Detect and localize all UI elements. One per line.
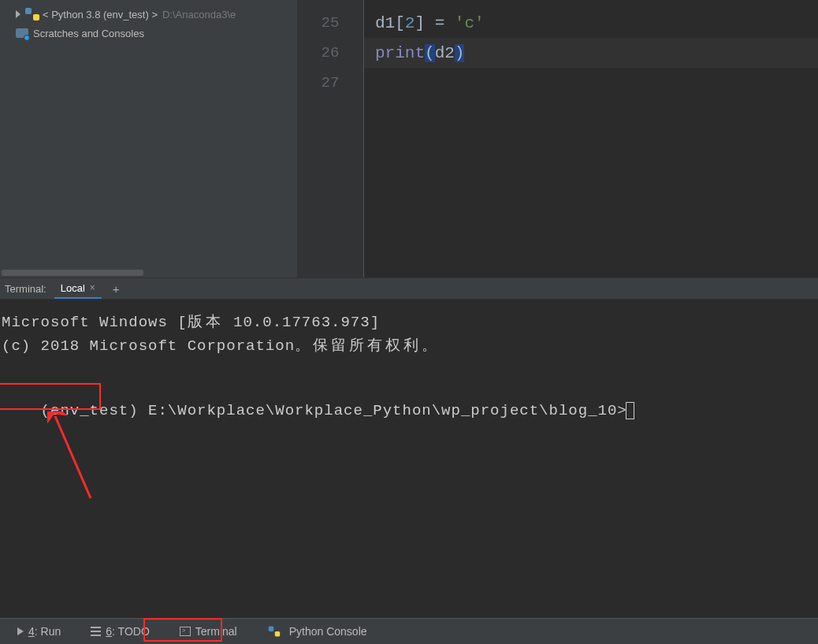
scratches-label: Scratches and Consoles xyxy=(33,28,144,39)
python-console-label: Python Console xyxy=(289,625,367,638)
terminal-header: Terminal: Local × + xyxy=(0,277,818,300)
external-libs-row[interactable]: < Python 3.8 (env_test) > D:\Anaconda3\e xyxy=(0,5,297,24)
close-icon[interactable]: × xyxy=(90,282,95,293)
code-area[interactable]: d1[2] = 'c' print(d2) xyxy=(364,0,818,277)
bottom-toolbar: 4: Run 6: TODO Terminal Python Console xyxy=(0,618,818,644)
add-terminal-button[interactable]: + xyxy=(113,282,120,296)
external-libs-label: < Python 3.8 (env_test) > xyxy=(43,9,158,20)
scrollbar-thumb[interactable] xyxy=(2,270,143,276)
editor-panel[interactable]: 25 26 27 d1[2] = 'c' print(d2) xyxy=(297,0,818,277)
sidebar-scrollbar[interactable] xyxy=(2,270,206,276)
tab-local-label: Local xyxy=(61,282,85,294)
annotation-box-terminal-button xyxy=(143,618,222,642)
prompt-path: E:\Workplace\Workplace_Python\wp_project… xyxy=(139,402,627,419)
terminal-line: (c) 2018 Microsoft Corporation。保留所有权利。 xyxy=(2,334,816,358)
code-line-25[interactable]: d1[2] = 'c' xyxy=(364,8,818,38)
line-number: 25 xyxy=(297,8,363,38)
editor-gutter: 25 26 27 xyxy=(297,0,364,277)
terminal-header-label: Terminal: xyxy=(5,283,46,295)
run-toolwindow-button[interactable]: 4: Run xyxy=(11,623,67,640)
code-line-26[interactable]: print(d2) xyxy=(364,38,818,68)
python-icon xyxy=(25,8,39,20)
terminal-cursor xyxy=(626,402,634,419)
external-libs-path: D:\Anaconda3\e xyxy=(162,9,236,20)
terminal-tab-local[interactable]: Local × xyxy=(54,278,102,299)
scratches-icon xyxy=(16,27,28,39)
terminal-body[interactable]: Microsoft Windows [版本 10.0.17763.973] (c… xyxy=(0,300,818,610)
annotation-box-env xyxy=(0,383,101,410)
line-number: 26 xyxy=(297,38,363,68)
chevron-right-icon[interactable] xyxy=(16,10,20,18)
list-icon xyxy=(91,627,101,636)
python-icon xyxy=(268,627,279,637)
python-console-button[interactable]: Python Console xyxy=(261,623,374,640)
code-line-27[interactable] xyxy=(364,68,818,98)
terminal-line: Microsoft Windows [版本 10.0.17763.973] xyxy=(2,311,816,334)
project-panel: < Python 3.8 (env_test) > D:\Anaconda3\e… xyxy=(0,0,297,277)
run-icon xyxy=(17,627,24,635)
line-number: 27 xyxy=(297,68,363,98)
scratches-row[interactable]: Scratches and Consoles xyxy=(0,24,297,43)
